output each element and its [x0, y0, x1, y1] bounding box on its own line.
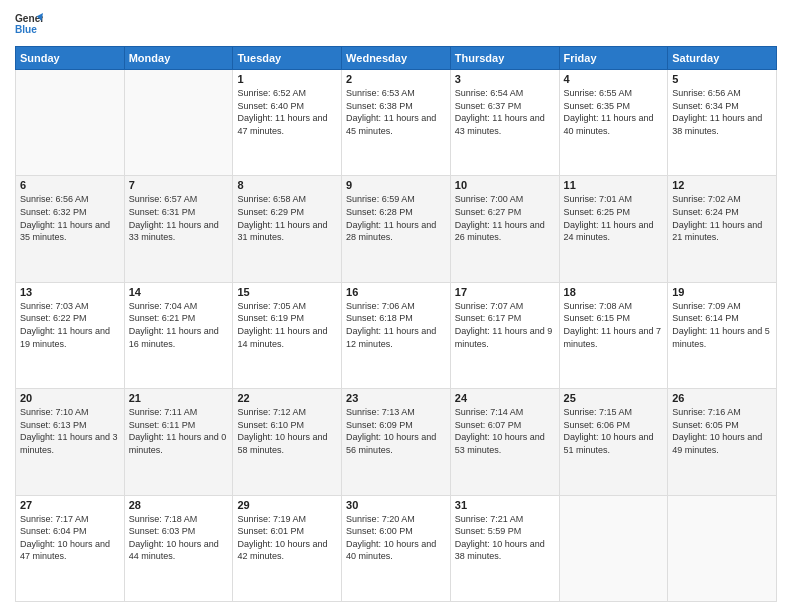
calendar-cell	[559, 495, 668, 601]
day-info: Sunrise: 7:08 AM Sunset: 6:15 PM Dayligh…	[564, 300, 664, 350]
calendar-cell: 28Sunrise: 7:18 AM Sunset: 6:03 PM Dayli…	[124, 495, 233, 601]
svg-text:Blue: Blue	[15, 24, 37, 35]
day-number: 11	[564, 179, 664, 191]
header: General Blue	[15, 10, 777, 38]
calendar-cell: 31Sunrise: 7:21 AM Sunset: 5:59 PM Dayli…	[450, 495, 559, 601]
calendar-cell	[668, 495, 777, 601]
calendar-cell: 3Sunrise: 6:54 AM Sunset: 6:37 PM Daylig…	[450, 70, 559, 176]
calendar-week-row: 1Sunrise: 6:52 AM Sunset: 6:40 PM Daylig…	[16, 70, 777, 176]
day-number: 5	[672, 73, 772, 85]
day-number: 6	[20, 179, 120, 191]
weekday-header: Tuesday	[233, 47, 342, 70]
calendar-cell: 15Sunrise: 7:05 AM Sunset: 6:19 PM Dayli…	[233, 282, 342, 388]
calendar-cell	[124, 70, 233, 176]
weekday-header: Monday	[124, 47, 233, 70]
day-number: 30	[346, 499, 446, 511]
weekday-header: Thursday	[450, 47, 559, 70]
day-number: 15	[237, 286, 337, 298]
day-number: 28	[129, 499, 229, 511]
calendar-cell: 18Sunrise: 7:08 AM Sunset: 6:15 PM Dayli…	[559, 282, 668, 388]
day-info: Sunrise: 7:11 AM Sunset: 6:11 PM Dayligh…	[129, 406, 229, 456]
calendar-cell: 29Sunrise: 7:19 AM Sunset: 6:01 PM Dayli…	[233, 495, 342, 601]
day-number: 26	[672, 392, 772, 404]
day-info: Sunrise: 7:10 AM Sunset: 6:13 PM Dayligh…	[20, 406, 120, 456]
day-info: Sunrise: 7:05 AM Sunset: 6:19 PM Dayligh…	[237, 300, 337, 350]
calendar-cell: 20Sunrise: 7:10 AM Sunset: 6:13 PM Dayli…	[16, 389, 125, 495]
day-number: 22	[237, 392, 337, 404]
day-number: 25	[564, 392, 664, 404]
calendar-cell: 25Sunrise: 7:15 AM Sunset: 6:06 PM Dayli…	[559, 389, 668, 495]
day-number: 18	[564, 286, 664, 298]
calendar-cell: 8Sunrise: 6:58 AM Sunset: 6:29 PM Daylig…	[233, 176, 342, 282]
page: General Blue SundayMondayTuesdayWednesda…	[0, 0, 792, 612]
calendar: SundayMondayTuesdayWednesdayThursdayFrid…	[15, 46, 777, 602]
day-info: Sunrise: 7:06 AM Sunset: 6:18 PM Dayligh…	[346, 300, 446, 350]
day-number: 1	[237, 73, 337, 85]
calendar-cell: 13Sunrise: 7:03 AM Sunset: 6:22 PM Dayli…	[16, 282, 125, 388]
calendar-cell: 5Sunrise: 6:56 AM Sunset: 6:34 PM Daylig…	[668, 70, 777, 176]
day-info: Sunrise: 7:17 AM Sunset: 6:04 PM Dayligh…	[20, 513, 120, 563]
day-info: Sunrise: 7:13 AM Sunset: 6:09 PM Dayligh…	[346, 406, 446, 456]
calendar-cell: 24Sunrise: 7:14 AM Sunset: 6:07 PM Dayli…	[450, 389, 559, 495]
day-number: 7	[129, 179, 229, 191]
day-info: Sunrise: 7:07 AM Sunset: 6:17 PM Dayligh…	[455, 300, 555, 350]
calendar-week-row: 20Sunrise: 7:10 AM Sunset: 6:13 PM Dayli…	[16, 389, 777, 495]
day-number: 10	[455, 179, 555, 191]
calendar-cell: 26Sunrise: 7:16 AM Sunset: 6:05 PM Dayli…	[668, 389, 777, 495]
day-number: 17	[455, 286, 555, 298]
day-info: Sunrise: 6:57 AM Sunset: 6:31 PM Dayligh…	[129, 193, 229, 243]
weekday-header-row: SundayMondayTuesdayWednesdayThursdayFrid…	[16, 47, 777, 70]
calendar-cell: 7Sunrise: 6:57 AM Sunset: 6:31 PM Daylig…	[124, 176, 233, 282]
calendar-cell: 27Sunrise: 7:17 AM Sunset: 6:04 PM Dayli…	[16, 495, 125, 601]
day-info: Sunrise: 6:55 AM Sunset: 6:35 PM Dayligh…	[564, 87, 664, 137]
day-number: 29	[237, 499, 337, 511]
calendar-cell: 14Sunrise: 7:04 AM Sunset: 6:21 PM Dayli…	[124, 282, 233, 388]
calendar-cell: 22Sunrise: 7:12 AM Sunset: 6:10 PM Dayli…	[233, 389, 342, 495]
day-info: Sunrise: 7:03 AM Sunset: 6:22 PM Dayligh…	[20, 300, 120, 350]
calendar-cell: 16Sunrise: 7:06 AM Sunset: 6:18 PM Dayli…	[342, 282, 451, 388]
weekday-header: Sunday	[16, 47, 125, 70]
day-info: Sunrise: 7:20 AM Sunset: 6:00 PM Dayligh…	[346, 513, 446, 563]
day-info: Sunrise: 7:00 AM Sunset: 6:27 PM Dayligh…	[455, 193, 555, 243]
day-number: 16	[346, 286, 446, 298]
day-number: 23	[346, 392, 446, 404]
day-info: Sunrise: 6:54 AM Sunset: 6:37 PM Dayligh…	[455, 87, 555, 137]
calendar-cell: 12Sunrise: 7:02 AM Sunset: 6:24 PM Dayli…	[668, 176, 777, 282]
day-info: Sunrise: 7:19 AM Sunset: 6:01 PM Dayligh…	[237, 513, 337, 563]
day-number: 19	[672, 286, 772, 298]
weekday-header: Saturday	[668, 47, 777, 70]
day-number: 12	[672, 179, 772, 191]
day-info: Sunrise: 7:04 AM Sunset: 6:21 PM Dayligh…	[129, 300, 229, 350]
calendar-week-row: 6Sunrise: 6:56 AM Sunset: 6:32 PM Daylig…	[16, 176, 777, 282]
day-info: Sunrise: 7:01 AM Sunset: 6:25 PM Dayligh…	[564, 193, 664, 243]
day-number: 27	[20, 499, 120, 511]
calendar-cell: 4Sunrise: 6:55 AM Sunset: 6:35 PM Daylig…	[559, 70, 668, 176]
calendar-cell: 9Sunrise: 6:59 AM Sunset: 6:28 PM Daylig…	[342, 176, 451, 282]
day-info: Sunrise: 7:14 AM Sunset: 6:07 PM Dayligh…	[455, 406, 555, 456]
day-number: 31	[455, 499, 555, 511]
logo: General Blue	[15, 10, 43, 38]
weekday-header: Friday	[559, 47, 668, 70]
day-info: Sunrise: 7:21 AM Sunset: 5:59 PM Dayligh…	[455, 513, 555, 563]
day-number: 2	[346, 73, 446, 85]
calendar-cell: 2Sunrise: 6:53 AM Sunset: 6:38 PM Daylig…	[342, 70, 451, 176]
day-number: 9	[346, 179, 446, 191]
day-number: 3	[455, 73, 555, 85]
day-info: Sunrise: 6:58 AM Sunset: 6:29 PM Dayligh…	[237, 193, 337, 243]
day-info: Sunrise: 6:56 AM Sunset: 6:34 PM Dayligh…	[672, 87, 772, 137]
day-info: Sunrise: 7:12 AM Sunset: 6:10 PM Dayligh…	[237, 406, 337, 456]
day-number: 20	[20, 392, 120, 404]
calendar-cell: 30Sunrise: 7:20 AM Sunset: 6:00 PM Dayli…	[342, 495, 451, 601]
calendar-week-row: 13Sunrise: 7:03 AM Sunset: 6:22 PM Dayli…	[16, 282, 777, 388]
calendar-cell: 1Sunrise: 6:52 AM Sunset: 6:40 PM Daylig…	[233, 70, 342, 176]
day-info: Sunrise: 6:53 AM Sunset: 6:38 PM Dayligh…	[346, 87, 446, 137]
calendar-cell: 17Sunrise: 7:07 AM Sunset: 6:17 PM Dayli…	[450, 282, 559, 388]
calendar-cell: 6Sunrise: 6:56 AM Sunset: 6:32 PM Daylig…	[16, 176, 125, 282]
day-number: 21	[129, 392, 229, 404]
day-info: Sunrise: 7:18 AM Sunset: 6:03 PM Dayligh…	[129, 513, 229, 563]
day-number: 14	[129, 286, 229, 298]
calendar-cell	[16, 70, 125, 176]
day-number: 8	[237, 179, 337, 191]
day-info: Sunrise: 6:56 AM Sunset: 6:32 PM Dayligh…	[20, 193, 120, 243]
calendar-week-row: 27Sunrise: 7:17 AM Sunset: 6:04 PM Dayli…	[16, 495, 777, 601]
